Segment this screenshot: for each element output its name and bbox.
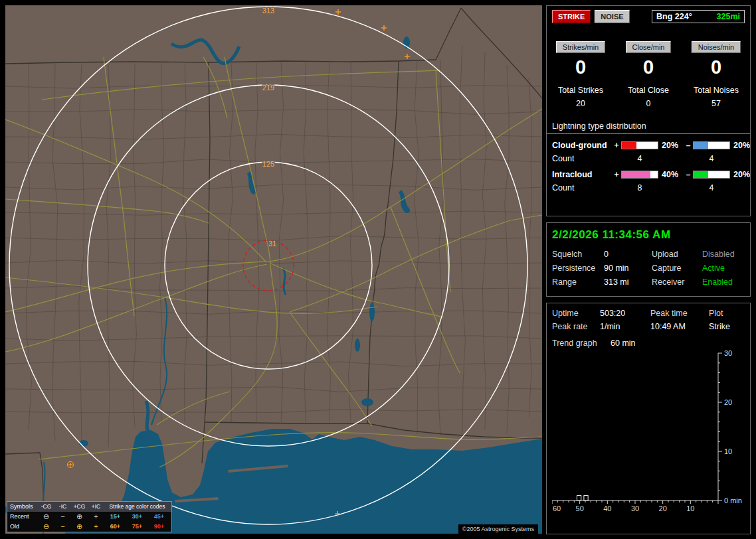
side-panel: STRIKE NOISE Bng 224° 325mi Strikes/min …	[546, 5, 751, 534]
total-noises-label: Total Noises	[682, 86, 750, 95]
legend-type-neg-cg: -CG	[38, 504, 54, 510]
cg-minus-count: 4	[693, 154, 730, 163]
total-strikes-value: 20	[547, 99, 614, 108]
intracloud-distribution: Intracloud + 40% – 20% Count 8 4	[552, 170, 745, 193]
neg-ic-old-icon: −	[54, 523, 71, 530]
minus-sign: –	[684, 141, 693, 150]
ic-plus-count: 8	[621, 183, 658, 193]
svg-text:10: 10	[724, 447, 732, 455]
trend-panel: Uptime 503:20 Peak time Plot Peak rate 1…	[546, 303, 751, 534]
bearing-value: Bng 224°	[656, 12, 692, 21]
age-45: 45+	[148, 514, 170, 520]
cloud-ground-distribution: Cloud-ground + 20% – 20% Count 4 4	[552, 141, 745, 163]
status-panel: 2/2/2026 11:34:56 AM Squelch 0 Upload Di…	[546, 222, 751, 297]
ic-plus-bar	[621, 171, 658, 179]
legend-symbols-header: Symbols	[7, 504, 38, 510]
legend-recent-row: Recent ⊖ − ⊕ + 15+ 30+ 45+	[7, 512, 171, 522]
range-label: Range	[552, 277, 604, 287]
ic-count-label: Count	[552, 183, 612, 193]
map-svg: 313 219 125 31	[5, 5, 542, 534]
mobile-delta	[146, 401, 149, 434]
distribution-title: Lightning type distribution	[547, 121, 750, 134]
age-60: 60+	[104, 524, 126, 530]
legend-type-pos-ic: +IC	[88, 504, 104, 510]
range-ring-label: 219	[262, 84, 274, 92]
range-ring-label: 125	[262, 160, 274, 168]
range-value: 313 mi	[604, 277, 652, 287]
counters-panel: STRIKE NOISE Bng 224° 325mi Strikes/min …	[546, 5, 751, 216]
neg-cg-old-icon: ⊖	[38, 523, 54, 530]
noises-counter-col: Noises/min 0 Total Noises 57	[682, 40, 750, 108]
cg-minus-bar	[693, 141, 730, 149]
receiver-value: Enabled	[702, 277, 745, 287]
bearing-display: Bng 224° 325mi	[652, 10, 745, 23]
intracloud-label: Intracloud	[552, 170, 612, 179]
svg-text:20: 20	[659, 504, 667, 512]
trend-graph-label: Trend graph	[552, 339, 611, 348]
age-15: 15+	[104, 514, 126, 520]
total-close-value: 0	[614, 99, 682, 108]
upload-value: Disabled	[702, 250, 745, 259]
strikes-per-min-value: 0	[547, 58, 614, 77]
close-counter-col: Close/min 0 Total Close 0	[614, 40, 682, 108]
svg-text:30: 30	[724, 350, 732, 357]
mode-row: STRIKE NOISE Bng 224° 325mi	[552, 10, 745, 23]
total-close-label: Total Close	[614, 86, 682, 95]
svg-text:10: 10	[686, 504, 694, 512]
pos-cg-recent-icon: ⊕	[71, 513, 88, 520]
ic-plus-percent: 40%	[658, 170, 684, 179]
map-legend: Symbols -CG -IC +CG +IC Strike age color…	[7, 501, 172, 532]
plot-label: Plot	[709, 309, 745, 318]
ic-minus-count: 4	[693, 183, 730, 193]
copyright-label: ©2005 Astrogenic Systems	[458, 524, 538, 534]
noise-toggle-button[interactable]: NOISE	[595, 10, 629, 23]
range-ring-label: 313	[262, 7, 274, 15]
age-75: 75+	[126, 524, 148, 530]
svg-text:0 min: 0 min	[724, 497, 742, 504]
strikes-per-min-chip[interactable]: Strikes/min	[556, 41, 605, 53]
persistence-value: 90 min	[604, 264, 652, 273]
age-90: 90+	[148, 524, 170, 530]
trend-graph: 1020306050403020100 min	[552, 350, 745, 516]
legend-old-label: Old	[7, 524, 38, 530]
trend-graph-header: Trend graph 60 min	[552, 339, 745, 348]
cloud-ground-label: Cloud-ground	[552, 141, 612, 150]
close-per-min-value: 0	[614, 58, 682, 77]
uptime-stats: Uptime 503:20 Peak time Plot Peak rate 1…	[552, 309, 745, 331]
cg-plus-percent: 20%	[658, 141, 684, 150]
total-strikes-label: Total Strikes	[547, 86, 614, 95]
svg-text:40: 40	[603, 504, 611, 512]
legend-type-neg-ic: -IC	[54, 504, 71, 510]
cg-count-label: Count	[552, 154, 612, 163]
bearing-distance: 325mi	[717, 12, 740, 21]
pos-ic-recent-icon: +	[88, 513, 104, 520]
persistence-label: Persistence	[552, 264, 604, 273]
legend-type-pos-cg: +CG	[71, 504, 88, 510]
strike-toggle-button[interactable]: STRIKE	[552, 10, 591, 23]
plus-sign: +	[612, 141, 621, 150]
uptime-value: 503:20	[600, 309, 650, 318]
svg-text:30: 30	[631, 504, 639, 512]
svg-text:50: 50	[576, 504, 584, 512]
close-per-min-chip[interactable]: Close/min	[626, 41, 672, 53]
minus-sign: –	[684, 170, 693, 179]
noises-per-min-chip[interactable]: Noises/min	[692, 41, 741, 53]
peak-time-value: 10:49 AM	[650, 322, 709, 331]
peak-time-label: Peak time	[650, 309, 709, 318]
uptime-label: Uptime	[552, 309, 600, 318]
rate-counters: Strikes/min 0 Total Strikes 20 Close/min…	[547, 40, 750, 108]
age-30: 30+	[126, 514, 148, 520]
plus-sign: +	[612, 170, 621, 179]
capture-label: Capture	[652, 264, 702, 273]
status-grid: Squelch 0 Upload Disabled Persistence 90…	[552, 250, 745, 287]
legend-age-header: Strike age color codes	[104, 504, 170, 510]
receiver-label: Receiver	[652, 277, 702, 287]
plot-mode-value: Strike	[709, 322, 745, 331]
neg-cg-recent-icon: ⊖	[38, 513, 54, 520]
lightning-map: 313 219 125 31 Symbols -CG -IC +CG +IC S…	[5, 5, 542, 534]
peak-rate-value: 1/min	[600, 322, 650, 331]
upload-label: Upload	[652, 250, 702, 259]
app-window: 313 219 125 31 Symbols -CG -IC +CG +IC S…	[0, 0, 756, 539]
lake-eufaula	[369, 303, 375, 321]
squelch-label: Squelch	[552, 250, 604, 259]
